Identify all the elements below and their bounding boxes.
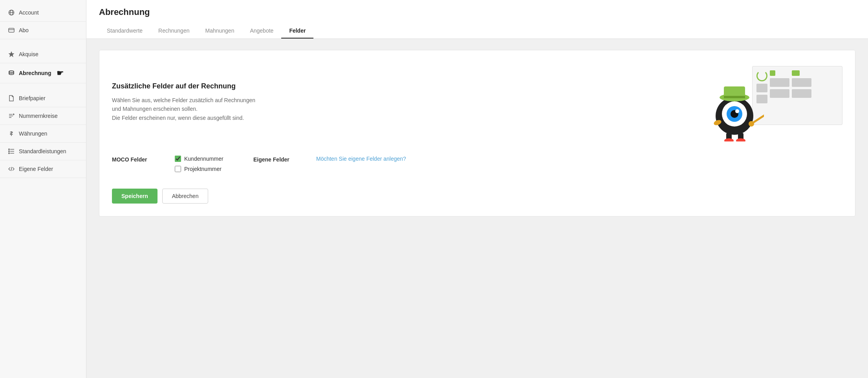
svg-rect-14 [9,151,9,152]
card-icon [8,27,15,34]
moco-fields-label: MOCO Felder [112,156,147,163]
tab-standardwerte[interactable]: Standardwerte [99,24,150,39]
globe-icon [8,9,15,16]
list-icon [8,148,15,155]
kundennummer-row[interactable]: Kundennummer [175,156,253,162]
dollar-icon [8,130,15,137]
sidebar-item-eigene-felder[interactable]: Eigene Felder [0,160,86,178]
sidebar-item-briefpapier-label: Briefpapier [19,95,46,101]
eigene-fields-col-label: Eigene Felder [253,156,316,163]
page-header: Abrechnung Standardwerte Rechnungen Mahn… [86,0,868,39]
tab-rechnungen[interactable]: Rechnungen [150,24,197,39]
svg-point-23 [735,109,739,113]
buttons-row: Speichern Abbrechen [112,189,842,204]
sidebar-item-abrechnung-label: Abrechnung [19,70,51,76]
main-content: Abrechnung Standardwerte Rechnungen Mahn… [86,0,868,378]
eigene-felder-anlegen-link[interactable]: Möchten Sie eigene Felder anlegen? [316,156,406,162]
kundennummer-label: Kundennummer [184,156,223,162]
sidebar-item-akquise-label: Akquise [19,51,38,57]
code-icon [8,165,15,172]
sidebar-item-briefpapier[interactable]: Briefpapier [0,90,86,107]
section-title: Zusätzliche Felder auf der Rechnung [112,82,701,90]
svg-point-6 [9,71,14,72]
sidebar-item-account-label: Account [19,9,39,16]
mascot-svg [709,79,764,141]
page-title: Abrechnung [99,7,855,17]
save-button[interactable]: Speichern [112,189,157,204]
sidebar-item-standardleistungen-label: Standardleistungen [19,148,66,154]
sidebar-item-waehrungen-label: Währungen [19,130,47,137]
cancel-button[interactable]: Abbrechen [162,189,209,204]
cursor-icon: ☛ [57,68,64,78]
tab-angebote[interactable]: Angebote [242,24,281,39]
svg-marker-5 [9,51,14,57]
projektnummer-label: Projektnummer [184,166,222,172]
intro-section: Zusätzliche Felder auf der Rechnung Wähl… [112,63,842,141]
sidebar-item-akquise[interactable]: Akquise [0,46,86,63]
moco-fields-checkboxes: Kundennummer Projektnummer [175,156,253,176]
intro-text: Zusätzliche Felder auf der Rechnung Wähl… [112,82,701,122]
illustration-area [709,63,842,141]
projektnummer-checkbox[interactable] [175,166,181,172]
projektnummer-row[interactable]: Projektnummer [175,166,253,172]
moco-fields-col-label: MOCO Felder [112,156,175,163]
sidebar: Account Abo Akquise Abrechnu [0,0,86,378]
fields-layout: MOCO Felder Kundennummer Projektnummer E [112,156,842,176]
tab-mahnungen[interactable]: Mahnungen [197,24,242,39]
main-card: Zusätzliche Felder auf der Rechnung Wähl… [99,50,855,217]
content-area: Zusätzliche Felder auf der Rechnung Wähl… [86,39,868,228]
svg-point-31 [724,138,734,141]
sidebar-item-nummernkreise-label: Nummernkreise [19,113,58,119]
section-description: Wählen Sie aus, welche Felder zusätzlich… [112,96,701,122]
svg-rect-3 [9,28,14,32]
sidebar-item-abo[interactable]: Abo [0,22,86,39]
sidebar-item-eigene-felder-label: Eigene Felder [19,166,53,172]
sidebar-item-account[interactable]: Account [0,4,86,22]
svg-rect-26 [724,96,745,98]
sidebar-item-standardleistungen[interactable]: Standardleistungen [0,143,86,160]
eigene-fields-content: Möchten Sie eigene Felder anlegen? [316,156,406,162]
sidebar-item-abo-label: Abo [19,27,29,33]
mascot-container [709,63,842,141]
kundennummer-checkbox[interactable] [175,156,181,162]
svg-line-18 [11,167,12,171]
eigene-fields-label: Eigene Felder [253,156,289,163]
svg-rect-16 [9,153,9,154]
star-icon [8,51,15,58]
tab-felder[interactable]: Felder [281,24,313,39]
sidebar-item-waehrungen[interactable]: Währungen [0,125,86,143]
file-icon [8,95,15,102]
sort-icon [8,112,15,119]
svg-point-33 [736,138,745,141]
svg-point-29 [749,121,754,127]
sidebar-item-abrechnung[interactable]: Abrechnung ☛ [0,63,86,83]
tabs-bar: Standardwerte Rechnungen Mahnungen Angeb… [99,24,855,39]
stack-icon [8,70,15,77]
sidebar-item-nummernkreise[interactable]: Nummernkreise [0,107,86,125]
doc-preview [752,66,842,125]
svg-rect-12 [9,149,9,150]
